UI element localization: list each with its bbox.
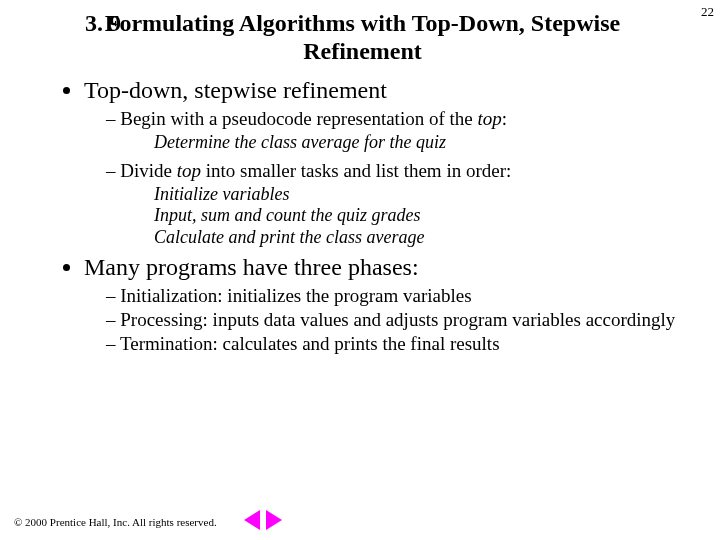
section-number: 3. 9 xyxy=(85,10,133,38)
nav-buttons xyxy=(244,510,282,530)
prev-arrow-icon[interactable] xyxy=(244,510,260,530)
next-arrow-icon[interactable] xyxy=(266,510,282,530)
pseudocode-top: Determine the class average for the quiz xyxy=(154,132,680,154)
bullet-phases: Many programs have three phases: Initial… xyxy=(84,254,680,355)
bullet-topdown: Top-down, stepwise refinement Begin with… xyxy=(84,77,680,248)
bullet-text: Top-down, stepwise refinement xyxy=(84,77,387,103)
title-text: Formulating Algorithms with Top-Down, St… xyxy=(105,10,620,64)
pseudocode-steps: Initialize variables Input, sum and coun… xyxy=(154,184,680,249)
page-number: 22 xyxy=(701,4,714,20)
sub-init: Initialization: initializes the program … xyxy=(106,285,680,307)
slide-body: Top-down, stepwise refinement Begin with… xyxy=(60,77,680,359)
sub-processing: Processing: inputs data values and adjus… xyxy=(106,309,680,331)
sub-begin: Begin with a pseudocode representation o… xyxy=(106,108,680,130)
copyright-footer: © 2000 Prentice Hall, Inc. All rights re… xyxy=(14,516,217,528)
sub-divide: Divide top into smaller tasks and list t… xyxy=(106,160,680,182)
slide-title: 3. 9 Formulating Algorithms with Top-Dow… xyxy=(85,10,640,65)
bullet-text: Many programs have three phases: xyxy=(84,254,419,280)
sub-termination: Termination: calculates and prints the f… xyxy=(106,333,680,355)
